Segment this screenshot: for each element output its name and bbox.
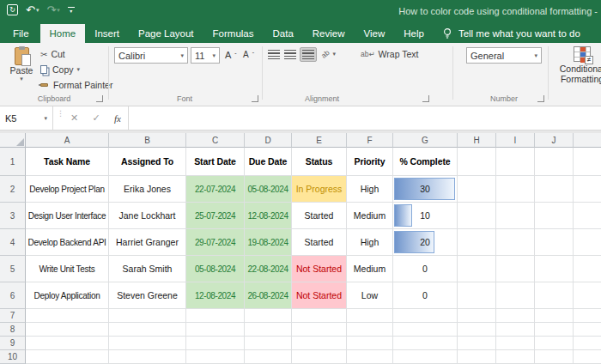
decrease-font-icon[interactable]: Aˇ [243, 50, 254, 59]
row-header-6[interactable]: 6 [0, 282, 26, 309]
font-family-combo[interactable]: Calibri▾ [114, 47, 188, 64]
header-task-name[interactable]: Task Name [26, 148, 109, 176]
status-cell[interactable]: Started [292, 203, 347, 229]
orientation-icon[interactable]: ab▾ [321, 50, 336, 58]
font-dialog-launcher[interactable] [252, 95, 258, 102]
font-size-combo[interactable]: 11▾ [191, 47, 220, 64]
number-format-combo[interactable]: General▾ [466, 47, 542, 64]
middle-align-icon[interactable] [284, 50, 296, 59]
tell-me-box[interactable]: Tell me what you want to do [442, 24, 580, 43]
pct-complete-cell[interactable]: 0 [393, 256, 458, 282]
enter-icon[interactable]: ✓ [93, 112, 100, 124]
copy-button[interactable]: Copy ▾ [40, 64, 80, 75]
due-date-cell[interactable]: 05-08-2024 [245, 176, 292, 203]
due-date-cell[interactable]: 26-08-2024 [245, 282, 292, 309]
task-name-cell[interactable]: Write Unit Tests [26, 256, 109, 282]
start-date-cell[interactable]: 12-08-2024 [186, 282, 245, 309]
top-align-icon[interactable] [268, 50, 280, 59]
tab-home[interactable]: Home [40, 24, 86, 43]
col-header-a[interactable]: A [26, 133, 109, 148]
col-header-c[interactable]: C [186, 133, 245, 148]
start-date-cell[interactable]: 22-07-2024 [186, 176, 245, 203]
header-assigned-to[interactable]: Assigned To [109, 148, 186, 176]
select-all-corner[interactable] [0, 133, 26, 148]
tab-file[interactable]: File [2, 24, 40, 43]
paste-button[interactable]: Paste ▾ [7, 47, 36, 82]
status-cell[interactable]: Not Started [292, 256, 347, 282]
redo-icon[interactable]: ↷▾ [46, 4, 59, 15]
due-date-cell[interactable]: 22-08-2024 [245, 256, 292, 282]
row-header-3[interactable]: 3 [0, 203, 26, 229]
clipboard-dialog-launcher[interactable] [96, 95, 103, 102]
row-header-8[interactable]: 8 [0, 323, 26, 337]
row-header-1[interactable]: 1 [0, 148, 26, 176]
name-box[interactable]: K5 ▾ [0, 106, 53, 130]
increase-font-icon[interactable]: Aˆ [225, 50, 237, 60]
wrap-text-button[interactable]: ab↵ Wrap Text [361, 49, 418, 59]
cancel-icon[interactable]: ✕ [70, 112, 78, 124]
start-date-cell[interactable]: 05-08-2024 [186, 256, 245, 282]
priority-cell[interactable]: High [347, 176, 393, 203]
pct-complete-cell[interactable]: 30 [393, 176, 458, 203]
task-name-cell[interactable]: Design User Interface [26, 203, 109, 229]
row-header-5[interactable]: 5 [0, 256, 26, 282]
header-priority[interactable]: Priority [347, 148, 393, 176]
conditional-formatting-button[interactable]: ≠ Conditional Formatting [556, 46, 601, 84]
alignment-dialog-launcher[interactable] [422, 95, 429, 102]
row-header-7[interactable]: 7 [0, 309, 26, 323]
header-status[interactable]: Status [292, 148, 347, 176]
col-header-e[interactable]: E [292, 133, 347, 148]
empty-cells[interactable] [26, 337, 601, 350]
tab-page-layout[interactable]: Page Layout [129, 24, 203, 43]
customize-quick-access-icon[interactable]: ▾ [68, 7, 75, 14]
row-header-9[interactable]: 9 [0, 337, 26, 350]
col-header-g[interactable]: G [393, 133, 458, 148]
empty-cells[interactable] [26, 309, 601, 323]
pct-complete-cell[interactable]: 20 [393, 229, 458, 256]
priority-cell[interactable]: Medium [347, 203, 393, 229]
col-header-i[interactable]: I [496, 133, 535, 148]
tab-review[interactable]: Review [303, 24, 355, 43]
number-dialog-launcher[interactable] [537, 95, 544, 102]
undo-icon[interactable]: ↶▾ [26, 4, 39, 15]
status-cell[interactable]: Not Started [292, 282, 347, 309]
row-header-4[interactable]: 4 [0, 229, 26, 256]
task-name-cell[interactable]: Develop Project Plan [26, 176, 109, 203]
col-header-d[interactable]: D [245, 133, 292, 148]
row-header-2[interactable]: 2 [0, 176, 26, 203]
assignee-cell[interactable]: Steven Greene [109, 282, 186, 309]
col-header-b[interactable]: B [109, 133, 186, 148]
assignee-cell[interactable]: Harriet Granger [109, 229, 186, 256]
bottom-align-icon[interactable] [300, 47, 317, 62]
cut-button[interactable]: ✂ Cut [40, 49, 65, 59]
tab-formulas[interactable]: Formulas [203, 24, 264, 43]
status-cell[interactable]: Started [292, 229, 347, 256]
col-header-f[interactable]: F [347, 133, 393, 148]
col-header-k-partial[interactable] [574, 133, 601, 148]
status-cell[interactable]: In Progress [292, 176, 347, 203]
task-name-cell[interactable]: Develop Backend API [26, 229, 109, 256]
priority-cell[interactable]: Medium [347, 256, 393, 282]
priority-cell[interactable]: Low [347, 282, 393, 309]
start-date-cell[interactable]: 25-07-2024 [186, 203, 245, 229]
due-date-cell[interactable]: 12-08-2024 [245, 203, 292, 229]
formula-input[interactable] [130, 106, 601, 130]
tab-data[interactable]: Data [264, 24, 303, 43]
task-name-cell[interactable]: Deploy Application [26, 282, 109, 309]
col-header-h[interactable]: H [458, 133, 496, 148]
format-painter-button[interactable]: Format Painter [40, 80, 112, 90]
tab-insert[interactable]: Insert [85, 24, 129, 43]
header-due-date[interactable]: Due Date [245, 148, 292, 176]
due-date-cell[interactable]: 19-08-2024 [245, 229, 292, 256]
empty-cells[interactable] [26, 350, 601, 364]
priority-cell[interactable]: High [347, 229, 393, 256]
col-header-j[interactable]: J [535, 133, 574, 148]
name-box-dropdown-icon[interactable]: ▾ [44, 115, 47, 122]
row-header-10[interactable]: 10 [0, 350, 26, 364]
tab-help[interactable]: Help [394, 24, 434, 43]
insert-function-icon[interactable]: fx [114, 113, 121, 124]
header-pct-complete[interactable]: % Complete [393, 148, 458, 176]
pct-complete-cell[interactable]: 10 [393, 203, 458, 229]
empty-cells[interactable] [26, 323, 601, 337]
pct-complete-cell[interactable]: 0 [393, 282, 458, 309]
